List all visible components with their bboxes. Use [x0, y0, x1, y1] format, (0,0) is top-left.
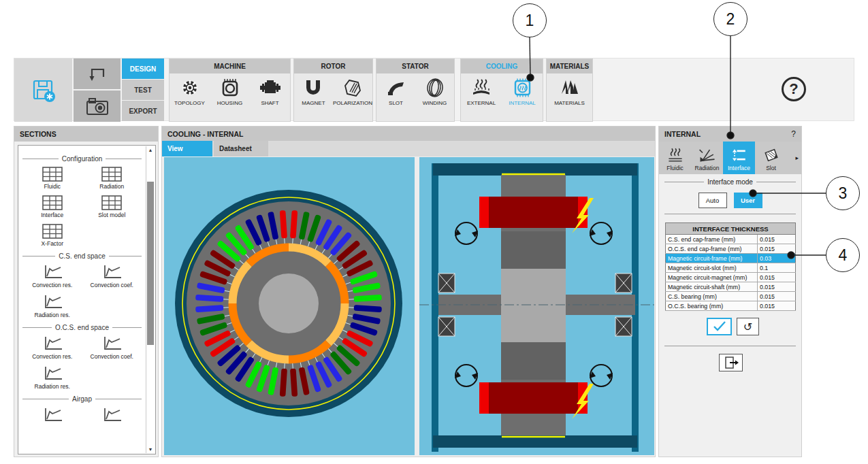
- axial-view[interactable]: [419, 157, 654, 455]
- table-icon: [101, 167, 122, 182]
- user-mode-label: User: [741, 197, 755, 204]
- section-item-airgap-2[interactable]: [82, 407, 142, 425]
- slot-button[interactable]: SLOT: [376, 78, 415, 106]
- auto-mode-button[interactable]: Auto: [698, 193, 727, 208]
- tab-datasheet[interactable]: Datasheet: [214, 141, 268, 156]
- test-tab[interactable]: TEST: [122, 80, 164, 100]
- rotor-group-header: ROTOR: [294, 59, 372, 73]
- section-item-ocs-convection-res[interactable]: Convection res.: [22, 335, 82, 360]
- table-icon: [42, 195, 63, 210]
- scrollbar-thumb[interactable]: [147, 182, 154, 345]
- row-label: C.S. bearing (mm): [666, 292, 758, 301]
- table-icon: [101, 195, 122, 210]
- materials-label: MATERIALS: [554, 100, 585, 106]
- radial-view[interactable]: [164, 157, 415, 455]
- table-row[interactable]: Magnetic circuit-magnet (mm)0.015: [666, 273, 796, 282]
- callout-2: 2: [713, 2, 748, 36]
- configuration-group-title: Configuration: [62, 155, 102, 163]
- row-value[interactable]: 0.015: [758, 301, 796, 311]
- table-row[interactable]: O.C.S. bearing (mm)0.015: [666, 301, 796, 311]
- cooling-viewport[interactable]: [163, 156, 654, 456]
- row-value[interactable]: 0.015: [758, 273, 796, 282]
- panel-help-icon[interactable]: ?: [791, 129, 796, 139]
- tab-interface[interactable]: Interface: [723, 142, 755, 174]
- tab-radiation[interactable]: Radiation: [691, 142, 723, 174]
- design-tab[interactable]: DESIGN: [122, 59, 164, 79]
- callout-3: 3: [826, 176, 860, 210]
- divider: [664, 214, 796, 214]
- table-row[interactable]: C.S. end cap-frame (mm)0.015: [666, 235, 796, 244]
- export-table-button[interactable]: [719, 354, 743, 371]
- row-value[interactable]: 0.03: [758, 254, 796, 263]
- tab-slot[interactable]: Slot: [755, 142, 787, 174]
- reset-button[interactable]: ↺: [737, 318, 759, 335]
- topology-gear-icon: [180, 78, 200, 98]
- row-value[interactable]: 0.015: [758, 244, 796, 254]
- help-icon: ?: [789, 80, 798, 98]
- row-label: Magnetic circuit-frame (mm): [666, 254, 758, 263]
- section-item-x-factor[interactable]: X-Factor: [22, 224, 82, 247]
- winding-icon: [425, 78, 445, 98]
- table-row[interactable]: Magnetic circuit-slot (mm)0.1: [666, 263, 796, 273]
- sections-scrollbar[interactable]: ▲ ▼: [146, 146, 155, 453]
- section-item-ocs-convection-coef[interactable]: Convection coef.: [82, 335, 142, 360]
- section-item-cs-radiation-res[interactable]: Radiation res.: [22, 294, 82, 318]
- interface-thickness-table[interactable]: INTERFACE THICKNESS C.S. end cap-frame (…: [665, 222, 796, 311]
- tab-view[interactable]: View: [162, 141, 212, 156]
- section-label: Fluidic: [44, 183, 61, 190]
- topology-button[interactable]: TOPOLOGY: [170, 78, 210, 106]
- tab-fluidic-label: Fluidic: [666, 165, 684, 171]
- cs-end-space-group-title: C.S. end space: [59, 252, 105, 260]
- row-value[interactable]: 0.015: [758, 235, 796, 244]
- section-item-radiation[interactable]: Radiation: [82, 167, 142, 190]
- section-item-cs-convection-coef[interactable]: Convection coef.: [82, 264, 142, 288]
- polarization-label: POLARIZATION: [333, 100, 372, 106]
- row-value[interactable]: 0.1: [758, 263, 796, 273]
- section-item-airgap-1[interactable]: [22, 407, 82, 425]
- table-row[interactable]: C.S. bearing (mm)0.015: [666, 292, 796, 301]
- undo-button[interactable]: [74, 59, 120, 89]
- row-value[interactable]: 0.015: [758, 282, 796, 292]
- scroll-down-arrow[interactable]: ▼: [146, 447, 155, 452]
- table-row[interactable]: Magnetic circuit-shaft (mm)0.015: [666, 282, 796, 292]
- cooling-internal-button[interactable]: INTERNAL: [502, 78, 543, 106]
- tab-overflow-arrow[interactable]: ▸: [787, 142, 801, 174]
- tab-datasheet-label: Datasheet: [219, 145, 252, 152]
- cooling-external-button[interactable]: EXTERNAL: [461, 78, 502, 106]
- table-row[interactable]: O.C.S. end cap-frame (mm)0.015: [666, 244, 796, 254]
- rotor-top: [501, 231, 566, 269]
- stator-group: STATOR SLOT WINDING: [376, 59, 455, 122]
- shaft-column: [501, 269, 566, 342]
- tab-fluidic[interactable]: Fluidic: [659, 142, 691, 174]
- table-row-selected[interactable]: Magnetic circuit-frame (mm)0.03: [666, 254, 796, 263]
- polarization-button[interactable]: POLARIZATION: [333, 78, 372, 106]
- section-item-ocs-radiation-res[interactable]: Radiation res.: [22, 365, 82, 390]
- internal-cooling-icon: [511, 78, 533, 98]
- housing-button[interactable]: HOUSING: [210, 78, 250, 106]
- apply-button[interactable]: [707, 318, 732, 335]
- section-item-cs-convection-res[interactable]: Convection res.: [22, 264, 82, 288]
- housing-icon: [220, 78, 240, 98]
- section-item-slot-model[interactable]: Slot model: [82, 195, 142, 218]
- materials-button[interactable]: MATERIALS: [549, 78, 590, 106]
- callout-4-label: 4: [839, 246, 848, 265]
- export-tab[interactable]: EXPORT: [122, 101, 164, 121]
- save-button[interactable]: [14, 59, 72, 122]
- help-button[interactable]: ?: [782, 77, 806, 101]
- curve-icon: [42, 264, 63, 280]
- callout-4: 4: [826, 238, 860, 272]
- shaft-button[interactable]: SHAFT: [250, 78, 290, 106]
- rotor-group: ROTOR MAGNET POLARIZATION: [293, 59, 373, 122]
- curve-icon: [42, 365, 63, 382]
- section-item-interface[interactable]: Interface: [22, 195, 82, 218]
- section-item-fluidic[interactable]: Fluidic: [22, 167, 82, 190]
- winding-label: WINDING: [423, 100, 447, 106]
- materials-group: MATERIALS MATERIALS: [546, 59, 593, 122]
- snapshot-button[interactable]: [74, 90, 120, 122]
- scroll-up-arrow[interactable]: ▲: [146, 148, 155, 152]
- row-value[interactable]: 0.015: [758, 292, 796, 301]
- magnet-button[interactable]: MAGNET: [294, 78, 333, 106]
- winding-button[interactable]: WINDING: [415, 78, 454, 106]
- stator-group-header: STATOR: [376, 59, 454, 73]
- user-mode-button[interactable]: User: [734, 193, 762, 208]
